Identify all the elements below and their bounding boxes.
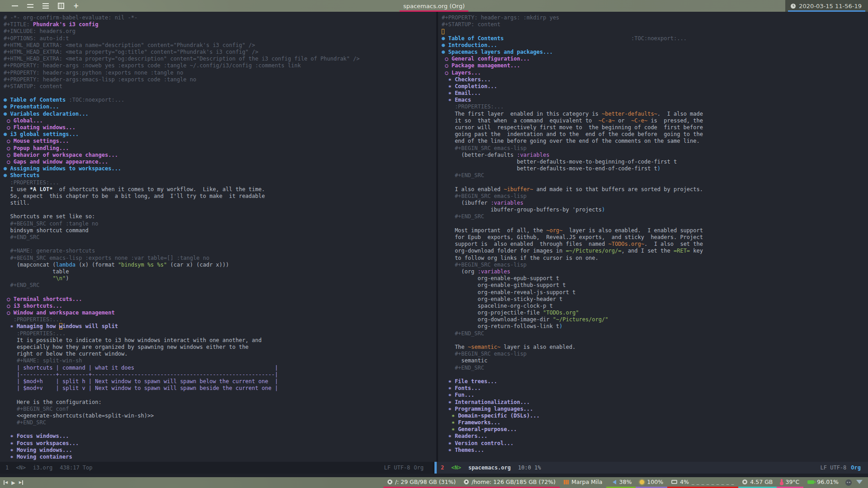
buffer-pane-i3-org[interactable]: # -*- org-confirm-babel-evaluate: nil -*… xyxy=(0,12,436,462)
buffer-line[interactable]: ∗ Fonts... xyxy=(442,385,868,392)
buffer-line[interactable]: ∗ Email... xyxy=(442,90,868,97)
buffer-line[interactable]: #+INCLUDE: headers.org xyxy=(4,28,436,35)
buffer-line[interactable]: #+BEGIN_SRC emacs-lisp :exports none :va… xyxy=(4,255,436,262)
buffer-line[interactable]: #+END_SRC xyxy=(442,172,868,179)
buffer-line[interactable] xyxy=(442,371,868,378)
buffer-line[interactable]: (better-defaults :variables xyxy=(442,152,868,159)
buffer-line[interactable]: ∗ Emacs xyxy=(442,97,868,103)
status-temperature[interactable]: 39°C xyxy=(777,477,803,488)
buffer-line[interactable]: ∗ Frameworks... xyxy=(442,419,868,426)
buffer-line[interactable]: :PROPERTIES:... xyxy=(4,179,436,186)
discord-tray-button[interactable] xyxy=(845,479,852,486)
status-home-disk[interactable]: /home: 126 GB/185 GB (72%) xyxy=(460,477,560,488)
status-memory[interactable]: 4.57 GB xyxy=(738,477,777,488)
status-cpu[interactable]: 4%_ _ _ _ _ _ _ _ _ xyxy=(667,477,738,488)
buffer-line[interactable]: org-enable-github-support t xyxy=(442,282,868,289)
buffer-line[interactable]: it so that when a command equivalent to … xyxy=(442,117,868,124)
buffer-line[interactable]: So, expect this chapter to be a bit long… xyxy=(4,193,436,200)
buffer-line[interactable]: ∗ Focus workspaces... xyxy=(4,440,436,447)
workspace-3[interactable] xyxy=(42,3,49,9)
buffer-line[interactable]: #+END_SRC xyxy=(4,282,436,289)
buffer-line[interactable] xyxy=(4,241,436,248)
buffer-line[interactable]: ∗ Readers... xyxy=(442,433,868,440)
workspace-1[interactable] xyxy=(12,3,18,9)
buffer-line[interactable]: right or below the current window. xyxy=(4,351,436,357)
buffer-line[interactable]: #+HTML_HEAD_EXTRA: <meta property="og:de… xyxy=(4,56,436,62)
buffer-line[interactable]: cursor will respectively first move to t… xyxy=(442,124,868,131)
buffer-line[interactable]: ○ Gaps and window appearance... xyxy=(4,159,436,165)
modeline-inactive[interactable]: 1 <N> i3.org 438:17 Top LF UTF-8 Org xyxy=(0,462,433,474)
buffer-line[interactable]: #+STARTUP: content xyxy=(442,21,868,28)
buffer-line[interactable] xyxy=(4,289,436,296)
buffer-line[interactable]: | $mod+v | split v | Next window to spaw… xyxy=(4,385,436,392)
buffer-line[interactable]: #+BEGIN_SRC conf :tangle no xyxy=(4,221,436,227)
buffer-line[interactable] xyxy=(442,221,868,227)
new-workspace-button[interactable]: + xyxy=(73,3,79,9)
buffer-line[interactable]: support is also enabled through files na… xyxy=(442,241,868,248)
buffer-line[interactable]: ○ Package management... xyxy=(442,62,868,69)
buffer-line[interactable]: ibuffer-group-buffers-by 'projects) xyxy=(442,206,868,213)
buffer-line[interactable]: #+END_SRC xyxy=(4,419,436,426)
buffer-line[interactable]: org-return-follows-link t) xyxy=(442,323,868,330)
buffer-line[interactable]: ∗ General-purpose... xyxy=(442,426,868,433)
buffer-line[interactable]: ○ Popup handling... xyxy=(4,145,436,152)
buffer-line[interactable]: The ~semantic~ layer is also enabled. xyxy=(442,344,868,351)
buffer-line[interactable]: still. xyxy=(4,200,436,206)
buffer-line[interactable]: semantic xyxy=(442,357,868,364)
buffer-line[interactable]: The first layer enabled in this category… xyxy=(442,111,868,117)
buffer-line[interactable]: ○ Window and workspace management xyxy=(4,310,436,316)
buffer-line[interactable]: #+OPTIONS: auto-id:t xyxy=(4,35,436,42)
buffer-line[interactable]: ⊛ Table of Contents :TOC:noexport:... xyxy=(4,97,436,103)
buffer-line[interactable]: #+BEGIN_SRC emacs-lisp xyxy=(442,262,868,268)
status-battery[interactable]: 96.01% xyxy=(803,477,843,488)
buffer-line[interactable]: ∗ Internationalization... xyxy=(442,399,868,406)
buffer-line[interactable]: ∗ Focus windows... xyxy=(4,433,436,440)
buffer-line[interactable] xyxy=(442,337,868,344)
buffer-line[interactable]: ○ Global... xyxy=(4,117,436,124)
buffer-line[interactable]: | $mod+h | split h | Next window to spaw… xyxy=(4,378,436,385)
buffer-line[interactable]: #+PROPERTY: header-args: :mkdirp yes xyxy=(442,14,868,21)
status-volume[interactable]: 38% xyxy=(606,477,636,488)
buffer-line[interactable]: ⊛ i3 global settings... xyxy=(4,131,436,138)
buffer-line[interactable]: ∗ File trees... xyxy=(442,378,868,385)
buffer-line[interactable]: to follow org links if the cursor is on … xyxy=(442,255,868,262)
buffer-line[interactable]: ⊛ Presentation... xyxy=(4,103,436,110)
buffer-line[interactable]: ⊛ Variables declaration... xyxy=(4,111,436,117)
buffer-line[interactable]: org-enable-sticky-header t xyxy=(442,296,868,303)
buffer-line[interactable]: ∗ Completion... xyxy=(442,83,868,90)
buffer-line[interactable]: #+END_SRC xyxy=(442,365,868,371)
buffer-line[interactable]: #+PROPERTY: header-args:python :exports … xyxy=(4,70,436,76)
buffer-line[interactable]: ○ Terminal shortcuts... xyxy=(4,296,436,303)
buffer-line[interactable]: #+BEGIN_SRC conf xyxy=(4,406,436,413)
modeline-active[interactable]: 2 <N> spacemacs.org 10:0 1% LF UTF-8 Org xyxy=(433,462,868,474)
buffer-line[interactable]: #+HTML_HEAD_EXTRA: <meta property="og:ti… xyxy=(4,49,436,56)
previous-track-button[interactable]: ◀ xyxy=(4,480,8,485)
buffer-line[interactable]: ∗ Checkers... xyxy=(442,76,868,83)
buffer-line[interactable]: org-download-image-dir "~/Pictures/org/" xyxy=(442,316,868,323)
buffer-pane-spacemacs-org[interactable]: #+PROPERTY: header-args: :mkdirp yes#+ST… xyxy=(436,12,868,462)
buffer-line[interactable]: going past the indentation and to the en… xyxy=(442,131,868,138)
buffer-line[interactable]: org-download folder for images in =~/Pic… xyxy=(442,248,868,254)
buffer-line[interactable]: bindsym shortcut command xyxy=(4,227,436,234)
workspace-4[interactable] xyxy=(58,3,64,9)
buffer-line[interactable]: ⊛ Spacemacs layers and packages... xyxy=(442,49,868,56)
buffer-line[interactable]: (org :variables xyxy=(442,268,868,275)
workspace-2[interactable] xyxy=(27,3,33,9)
buffer-line[interactable]: ∗ Themes... xyxy=(442,447,868,454)
buffer-line[interactable]: ○ Behavior of workspace changes... xyxy=(4,152,436,159)
workspace-switcher[interactable]: + xyxy=(0,3,79,9)
buffer-line[interactable]: table xyxy=(4,268,436,275)
next-track-button[interactable]: ▶ xyxy=(19,480,23,485)
buffer-line[interactable]: ∗ Programming languages... xyxy=(442,406,868,413)
buffer-line[interactable] xyxy=(442,28,868,35)
buffer-line[interactable]: <<generate-shortcuts(table=split-win-sh)… xyxy=(4,413,436,419)
network-tray-button[interactable] xyxy=(856,478,863,487)
buffer-line[interactable]: spaceline-org-clock-p t xyxy=(442,303,868,310)
buffer-line[interactable]: ∗ Moving containers xyxy=(4,454,436,460)
buffer-line[interactable] xyxy=(4,392,436,399)
buffer-line[interactable] xyxy=(4,206,436,213)
buffer-line[interactable]: I use *A LOT* of shortcuts when it comes… xyxy=(4,186,436,193)
buffer-line[interactable]: #+PROPERTY: header-args:emacs-lisp :expo… xyxy=(4,76,436,83)
buffer-line[interactable]: #+NAME: generate-shortcuts xyxy=(4,248,436,254)
buffer-line[interactable]: # -*- org-confirm-babel-evaluate: nil -*… xyxy=(4,14,436,21)
